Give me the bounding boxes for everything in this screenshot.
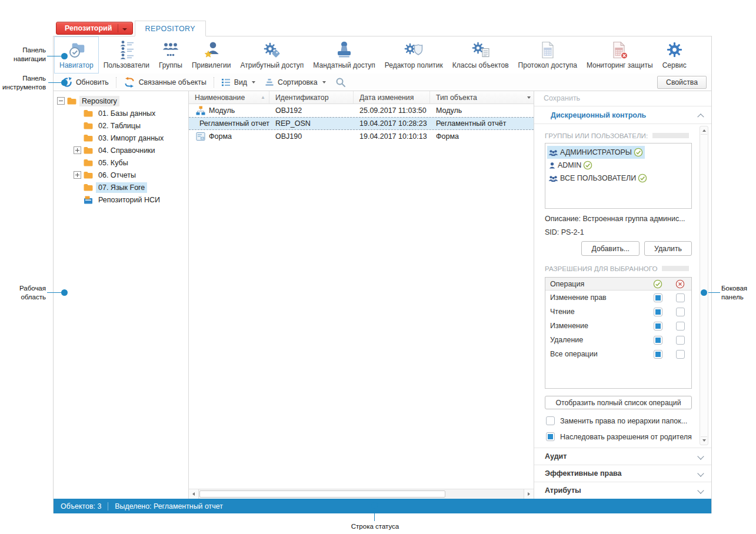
nav-item-mandatory-access[interactable]: Мандатный доступ (308, 36, 379, 74)
section-header-effective-rights[interactable]: Эффективные права (534, 465, 711, 482)
scrollbar-thumb[interactable] (199, 490, 445, 498)
checkbox-label: Заменить права по иерархии папок... (560, 417, 687, 425)
cell-modified: 19.04.2017 10:10:13 (354, 132, 430, 141)
nav-item-users[interactable]: Пользователи (99, 36, 154, 74)
table-row-module[interactable]: Модуль OBJ192 25.09.2017 11:03:50 Модуль (189, 104, 534, 117)
section-title: Дискреционный контроль (551, 111, 646, 119)
section-header-audit[interactable]: Аудит (534, 448, 711, 465)
nav-item-object-classes[interactable]: Классы объектов (448, 36, 514, 74)
permission-name: Чтение (545, 308, 647, 316)
allow-checkbox[interactable] (654, 336, 662, 345)
tree-item-databases[interactable]: 01. Базы данных (54, 107, 188, 119)
tree-item-repository[interactable]: Repository (54, 95, 188, 107)
tree-item-cubes[interactable]: 05. Кубы (54, 156, 188, 169)
deny-checkbox[interactable] (676, 322, 685, 331)
sorting-button[interactable]: Сортировка (260, 75, 331, 89)
permission-row[interactable]: Изменение (545, 319, 691, 333)
allow-checkbox[interactable] (654, 293, 662, 302)
nav-item-service[interactable]: Сервис (658, 36, 691, 74)
description-text: Описание: Встроенная группа админис... (545, 215, 696, 223)
nav-item-access-protocol[interactable]: Протокол доступа (514, 36, 582, 74)
search-button[interactable] (331, 75, 351, 89)
nav-item-security-monitoring[interactable]: Мониторинг защиты (582, 36, 658, 74)
side-panel: Сохранить Дискреционный контроль ГРУППЫ … (534, 91, 711, 499)
nav-item-attribute-access[interactable]: Атрибутный доступ (236, 36, 309, 74)
privileges-icon (201, 41, 221, 59)
section-header-attributes[interactable]: Атрибуты (534, 482, 711, 499)
tree-item-dictionaries[interactable]: 04. Справочники (54, 144, 188, 156)
toolbar-separator (116, 77, 116, 88)
replace-rights-checkbox[interactable] (546, 416, 555, 425)
related-objects-button[interactable]: Связанные объекты (119, 75, 211, 89)
allow-checkbox[interactable] (654, 322, 662, 331)
table-row-regular-report[interactable]: Регламентный отчет REP_OSN 19.04.2017 10… (189, 117, 534, 130)
scroll-up-button[interactable] (701, 127, 707, 135)
annotation-status-bar: Строка статуса (347, 522, 403, 531)
inherit-permissions-checkbox-row[interactable]: Наследовать разрешения от родителя (545, 432, 696, 441)
collapse-expander-icon[interactable] (57, 97, 65, 105)
tree-item-data-import[interactable]: 03. Импорт данных (54, 132, 188, 144)
section-header-discretionary-control[interactable]: Дискреционный контроль (534, 106, 711, 124)
tab-repository[interactable]: REPOSITORY (135, 21, 207, 36)
allow-checkbox[interactable] (654, 350, 662, 359)
tab-bar: Репозиторий REPOSITORY (53, 21, 712, 36)
replace-rights-checkbox-row[interactable]: Заменить права по иерархии папок... (545, 416, 696, 425)
scroll-down-button[interactable] (701, 436, 707, 444)
permission-row[interactable]: Чтение (545, 305, 691, 319)
repository-menu-button[interactable]: Репозиторий (56, 22, 133, 35)
show-full-list-button[interactable]: Отобразить полный список операций (545, 396, 692, 409)
nav-item-label: Мандатный доступ (313, 61, 375, 69)
horizontal-scrollbar[interactable] (189, 489, 534, 499)
expand-expander-icon[interactable] (74, 171, 81, 179)
column-header-modified[interactable]: Дата изменения (354, 91, 430, 104)
object-classes-icon (471, 41, 491, 59)
vertical-scrollbar[interactable] (700, 126, 708, 445)
tree-item-label: 06. Отчеты (96, 170, 138, 181)
properties-button[interactable]: Свойства (657, 76, 707, 89)
column-header-name[interactable]: Наименование ▲ (189, 91, 269, 104)
annotation-side-panel: Боковая панель (721, 284, 756, 302)
tree-item-fore-language[interactable]: 07. Язык Fore (54, 181, 188, 193)
principal-all-users[interactable]: ВСЕ ПОЛЬЗОВАТЕЛИ (547, 172, 649, 185)
scroll-left-button[interactable] (189, 489, 199, 499)
tree-item-reports[interactable]: 06. Отчеты (54, 169, 188, 181)
folder-icon (84, 122, 93, 129)
header-menu-caret-icon[interactable] (527, 96, 531, 99)
navigation-panel: Навигатор (54, 36, 711, 74)
deny-checkbox[interactable] (676, 308, 685, 316)
allow-checkbox[interactable] (654, 308, 662, 316)
permission-row[interactable]: Изменение прав (545, 291, 691, 305)
section-title: Аудит (545, 452, 567, 460)
deny-checkbox[interactable] (676, 293, 685, 302)
cell-name: Форма (209, 132, 232, 141)
nav-item-policy-editor[interactable]: Редактор политик (380, 36, 448, 74)
inherit-permissions-checkbox[interactable] (546, 432, 555, 441)
deny-checkbox[interactable] (676, 336, 685, 345)
table-row-form[interactable]: Форма OBJ190 19.04.2017 10:10:13 Форма (189, 130, 534, 143)
permission-row[interactable]: Удаление (545, 333, 691, 347)
deny-checkbox[interactable] (676, 350, 685, 359)
discretionary-panel: ГРУППЫ ИЛИ ПОЛЬЗОВАТЕЛИ: (534, 124, 711, 448)
permission-name: Изменение прав (545, 293, 647, 302)
principal-administrators[interactable]: АДМИНИСТРАТОРЫ (547, 146, 645, 159)
group-icon (548, 149, 558, 156)
collapse-chevron-icon (697, 114, 704, 120)
permission-row[interactable]: Все операции (545, 347, 691, 361)
users-icon (117, 41, 136, 59)
save-button[interactable]: Сохранить (534, 91, 711, 106)
expand-expander-icon[interactable] (74, 146, 81, 154)
nav-item-groups[interactable]: Группы (154, 36, 187, 74)
tree-item-nsi-repository[interactable]: Репозиторий НСИ (54, 193, 188, 206)
scroll-right-button[interactable] (524, 489, 534, 499)
nav-item-label: Пользователи (104, 61, 149, 69)
delete-button[interactable]: Удалить (644, 241, 692, 256)
principal-admin[interactable]: ADMIN (547, 159, 594, 172)
column-header-identifier[interactable]: Идентификатор (269, 91, 354, 104)
add-button[interactable]: Добавить... (581, 241, 640, 256)
column-header-type[interactable]: Тип объекта (430, 91, 534, 104)
tree-item-tables[interactable]: 02. Таблицы (54, 119, 188, 132)
nav-item-privileges[interactable]: Привилегии (187, 36, 236, 74)
principals-list[interactable]: АДМИНИСТРАТОРЫ ADMIN (545, 143, 692, 209)
view-button[interactable]: Вид (217, 75, 260, 89)
permission-name: Все операции (545, 350, 647, 358)
